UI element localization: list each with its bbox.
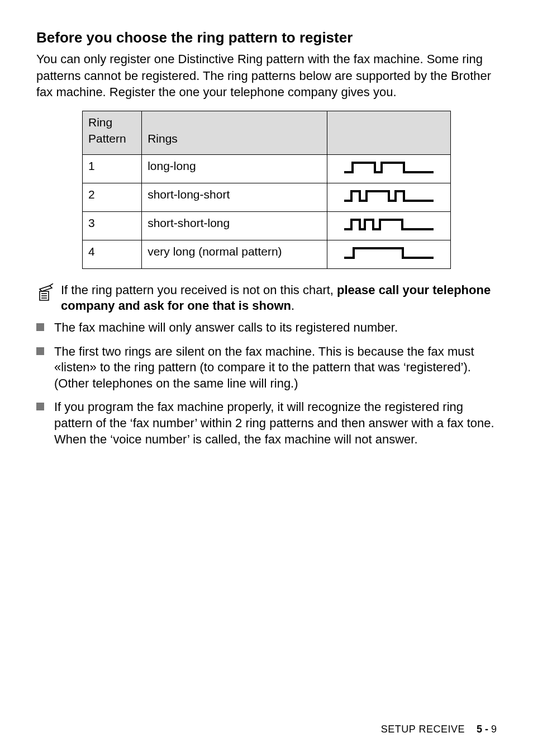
footer-page-prefix: 5 - <box>477 724 491 735</box>
bullet-text: The first two rings are silent on the fa… <box>54 344 497 392</box>
square-bullet-icon <box>36 347 44 355</box>
section-heading: Before you choose the ring pattern to re… <box>36 28 497 48</box>
footer-page: 5 - 9 <box>477 724 497 735</box>
bullet-text: The fax machine will only answer calls t… <box>54 320 497 336</box>
note-prefix: If the ring pattern you received is not … <box>61 283 337 297</box>
waveform-icon <box>327 154 450 183</box>
table-row: 4 very long (normal pattern) <box>83 240 451 268</box>
list-item: The fax machine will only answer calls t… <box>36 320 497 336</box>
square-bullet-icon <box>36 403 44 410</box>
document-page: Before you choose the ring pattern to re… <box>0 0 533 756</box>
list-item: If you program the fax machine properly,… <box>36 399 497 447</box>
bullet-list: The fax machine will only answer calls t… <box>36 320 497 447</box>
table-header-pattern: Ring Pattern <box>83 111 142 155</box>
table-row: 1 long-long <box>83 154 451 183</box>
header-line1: Ring <box>88 116 112 129</box>
note-suffix: . <box>291 299 294 313</box>
bullet-text: If you program the fax machine properly,… <box>54 399 497 447</box>
waveform-icon <box>327 211 450 240</box>
note-icon <box>36 282 55 307</box>
note-text: If the ring pattern you received is not … <box>61 282 497 314</box>
footer-section: SETUP RECEIVE <box>381 724 465 735</box>
row-number: 3 <box>83 211 142 240</box>
row-number: 4 <box>83 240 142 268</box>
page-footer: SETUP RECEIVE 5 - 9 <box>381 722 497 736</box>
square-bullet-icon <box>36 323 44 331</box>
table-row: 3 short-short-long <box>83 211 451 240</box>
table-row: 2 short-long-short <box>83 183 451 211</box>
header-line2: Pattern <box>88 132 126 145</box>
waveform-icon <box>327 183 450 211</box>
row-name: very long (normal pattern) <box>142 240 327 268</box>
waveform-icon <box>327 240 450 268</box>
row-number: 2 <box>83 183 142 211</box>
table-header-row: Ring Pattern Rings <box>83 111 451 155</box>
list-item: The first two rings are silent on the fa… <box>36 344 497 392</box>
ring-pattern-table: Ring Pattern Rings 1 long-long <box>82 111 451 269</box>
callout-note: If the ring pattern you received is not … <box>36 282 497 314</box>
table-header-waveform <box>327 111 450 155</box>
row-name: short-short-long <box>142 211 327 240</box>
intro-paragraph: You can only register one Distinctive Ri… <box>36 51 497 101</box>
footer-page-number: 9 <box>491 724 497 735</box>
svg-line-0 <box>50 284 53 286</box>
row-name: long-long <box>142 154 327 183</box>
row-name: short-long-short <box>142 183 327 211</box>
row-number: 1 <box>83 154 142 183</box>
table-header-rings: Rings <box>142 111 327 155</box>
